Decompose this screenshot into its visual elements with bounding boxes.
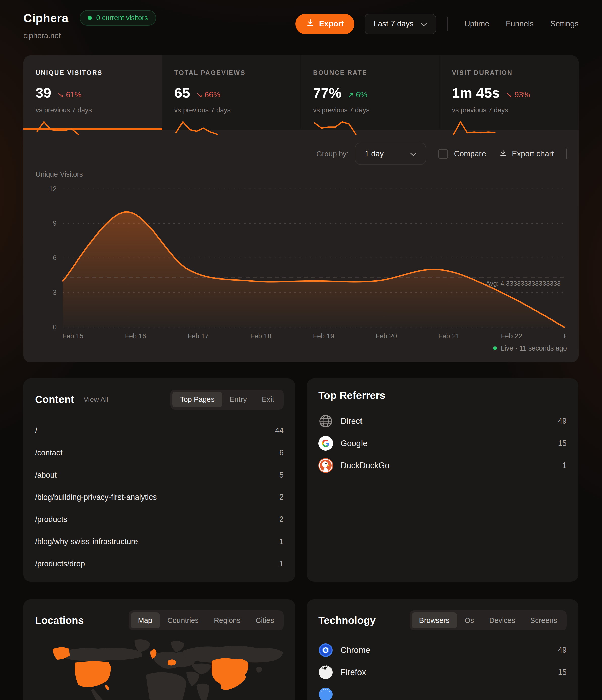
partial-browser-icon	[318, 687, 333, 700]
nav-funnels[interactable]: Funnels	[506, 19, 534, 28]
date-range-dropdown[interactable]: Last 7 days	[365, 14, 436, 34]
group-by-dropdown[interactable]: 1 day	[355, 143, 426, 165]
live-label: Live · 11 seconds ago	[501, 345, 567, 352]
list-item[interactable]: /about5	[35, 464, 284, 486]
sparkline	[35, 120, 80, 136]
analytics-panel: UNIQUE VISITORS 39 ↘61% vs previous 7 da…	[23, 55, 579, 362]
tab-map[interactable]: Map	[131, 612, 160, 628]
nav-uptime[interactable]: Uptime	[465, 19, 489, 28]
list-item[interactable]: Firefox 15	[318, 661, 567, 683]
export-chart-button[interactable]: Export chart	[499, 149, 554, 159]
export-chart-label: Export chart	[512, 149, 554, 158]
current-visitors-label: 0 current visitors	[96, 14, 148, 22]
tab-countries[interactable]: Countries	[160, 612, 206, 628]
svg-text:Feb 17: Feb 17	[187, 332, 209, 340]
tab-cities[interactable]: Cities	[248, 612, 282, 628]
list-item[interactable]: /products2	[35, 508, 284, 530]
tab-exit[interactable]: Exit	[254, 392, 282, 407]
main-chart[interactable]: Unique Visitors036912Feb 15Feb 16Feb 17F…	[35, 168, 566, 344]
date-range-value: Last 7 days	[374, 19, 414, 28]
stat-tab-visit-duration[interactable]: VISIT DURATION 1m 45s ↘93% vs previous 7…	[440, 55, 579, 130]
group-by-value: 1 day	[365, 149, 384, 158]
site-domain: ciphera.net	[23, 31, 156, 40]
list-item[interactable]: Chrome 49	[318, 639, 567, 661]
live-visitors-dot-icon	[88, 16, 92, 20]
compare-checkbox[interactable]	[438, 149, 448, 159]
content-title: Content	[35, 394, 74, 405]
live-dot-icon	[493, 347, 497, 350]
download-icon	[306, 19, 315, 29]
visit-duration-value: 1m 45s	[452, 84, 500, 101]
list-item[interactable]: DuckDuckGo 1	[318, 454, 567, 477]
dashboard-page: Ciphera 0 current visitors ciphera.net E…	[0, 0, 602, 700]
google-icon	[318, 436, 333, 451]
stat-tab-total-pageviews[interactable]: TOTAL PAGEVIEWS 65 ↘66% vs previous 7 da…	[162, 55, 301, 130]
svg-text:6: 6	[53, 254, 57, 262]
top-referrers-card: Top Referrers Direct 49	[307, 378, 578, 582]
referrers-list: Direct 49	[318, 410, 567, 477]
current-visitors-badge[interactable]: 0 current visitors	[80, 10, 156, 26]
controls-divider	[567, 149, 567, 159]
compare-label: Compare	[454, 149, 486, 158]
unique-visitors-value: 39	[35, 84, 51, 101]
stat-tab-bounce-rate[interactable]: BOUNCE RATE 77% ↗6% vs previous 7 days	[301, 55, 440, 130]
technology-title: Technology	[318, 615, 376, 626]
tab-entry[interactable]: Entry	[222, 392, 254, 407]
content-view-all-link[interactable]: View All	[84, 396, 108, 404]
arrow-down-right-icon: ↘	[506, 90, 512, 100]
tab-top-pages[interactable]: Top Pages	[172, 392, 222, 407]
sparkline	[174, 120, 219, 136]
list-item[interactable]: /44	[35, 420, 284, 442]
list-item[interactable]: Google 15	[318, 432, 567, 454]
unique-visitors-delta: ↘61%	[57, 90, 81, 100]
cards-row-1: Content View All Top Pages Entry Exit /4…	[23, 378, 579, 582]
list-item[interactable]: /contact6	[35, 442, 284, 464]
svg-text:Feb 21: Feb 21	[438, 332, 459, 340]
tab-regions[interactable]: Regions	[206, 612, 248, 628]
tab-browsers[interactable]: Browsers	[412, 612, 457, 628]
cards-row-2: Locations Map Countries Regions Cities	[23, 599, 579, 700]
svg-text:3: 3	[53, 289, 57, 296]
list-item[interactable]: /blog/why-swiss-infrastructure1	[35, 530, 284, 553]
chrome-icon	[318, 643, 333, 657]
bounce-rate-value: 77%	[313, 84, 341, 101]
arrow-down-right-icon: ↘	[57, 90, 64, 100]
svg-text:Feb 19: Feb 19	[313, 332, 334, 340]
export-button[interactable]: Export	[296, 14, 354, 34]
tab-screens[interactable]: Screens	[523, 612, 565, 628]
browsers-list: Chrome 49 Firefox 15	[318, 639, 567, 700]
list-item[interactable]: Direct 49	[318, 410, 567, 432]
technology-tabs: Browsers Os Devices Screens	[410, 610, 567, 630]
nav-settings[interactable]: Settings	[550, 19, 579, 28]
tab-devices[interactable]: Devices	[481, 612, 523, 628]
export-label: Export	[319, 19, 344, 28]
locations-card: Locations Map Countries Regions Cities	[23, 599, 295, 700]
stat-tab-unique-visitors[interactable]: UNIQUE VISITORS 39 ↘61% vs previous 7 da…	[23, 55, 162, 130]
technology-card: Technology Browsers Os Devices Screens	[307, 599, 578, 700]
duckduckgo-icon	[318, 458, 333, 473]
site-identity: Ciphera 0 current visitors ciphera.net	[23, 10, 156, 40]
chart-area: Unique Visitors036912Feb 15Feb 16Feb 17F…	[23, 165, 579, 344]
top-pages-list: /44 /contact6 /about5 /blog/building-pri…	[35, 420, 284, 575]
total-pageviews-delta: ↘66%	[196, 90, 220, 100]
list-item[interactable]: /blog/building-privacy-first-analytics2	[35, 486, 284, 508]
content-tabs: Top Pages Entry Exit	[170, 390, 284, 409]
svg-text:0: 0	[53, 323, 57, 331]
world-map[interactable]	[35, 637, 284, 700]
arrow-up-right-icon: ↗	[347, 90, 354, 100]
svg-text:Feb 15: Feb 15	[62, 332, 83, 340]
list-item[interactable]	[318, 683, 567, 700]
header: Ciphera 0 current visitors ciphera.net E…	[23, 10, 579, 40]
svg-text:Feb 20: Feb 20	[376, 332, 397, 340]
svg-text:Feb 18: Feb 18	[250, 332, 272, 340]
tab-os[interactable]: Os	[457, 612, 481, 628]
sparkline	[313, 120, 357, 136]
globe-icon	[318, 414, 333, 428]
app-title: Ciphera	[23, 11, 69, 25]
list-item[interactable]: /products/drop1	[35, 553, 284, 575]
group-by-label: Group by:	[317, 150, 348, 158]
svg-text:Avg: 4.333333333333333: Avg: 4.333333333333333	[486, 280, 561, 287]
bounce-rate-delta: ↗6%	[347, 90, 367, 100]
firefox-icon	[318, 665, 333, 680]
chevron-down-icon	[410, 149, 417, 158]
